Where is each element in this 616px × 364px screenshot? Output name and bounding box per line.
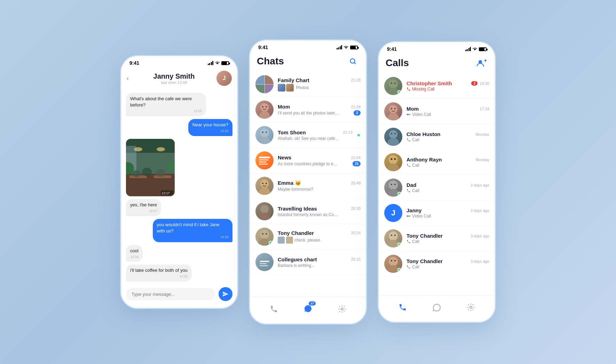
chat-item[interactable]: Travelling Ideas 20:30 Istanbul formerly… (250, 199, 366, 224)
message-bubble: yes, i'be here 12:17 (126, 199, 161, 216)
call-item[interactable]: Dad 2 days ago Call (379, 175, 495, 200)
call-item[interactable]: Christopher Smith 2 18:30 Missing Call (379, 73, 495, 99)
chat-item[interactable]: News 21:04 As more countries pledge to e… (250, 148, 366, 173)
chat-preview: Barbara is writting... (278, 263, 315, 268)
phone-icon (406, 87, 411, 91)
status-icons-right (465, 47, 487, 51)
unread-badge: 15 (353, 161, 361, 166)
call-item[interactable]: Chloe Huston Monday Call (379, 124, 495, 150)
call-time: 2 days ago (471, 183, 489, 187)
chat-item[interactable]: Tom Shoen 21:13 Ahahah, ok! See you near… (250, 122, 366, 148)
status-bar-center: 9:41 (250, 40, 366, 52)
call-time-info: 2 18:30 (471, 81, 489, 86)
search-icon (349, 57, 357, 65)
online-indicator (397, 243, 401, 246)
call-item[interactable]: Mom 17:34 Video Call (379, 99, 495, 124)
photos-preview: Photos (278, 84, 309, 92)
message-input[interactable] (126, 288, 215, 300)
chat-avatar (255, 101, 274, 119)
svg-point-8 (132, 170, 141, 177)
chats-nav-button[interactable]: 17 (300, 301, 316, 317)
chat-info: Collegues chart 20:15 Barbara is writtin… (278, 256, 361, 268)
avatar-face (255, 101, 274, 119)
phone-icon (270, 305, 278, 313)
status-time-center: 9:41 (258, 45, 268, 50)
send-icon (222, 291, 229, 297)
chat-item[interactable]: Collegues chart 20:15 Barbara is writtin… (250, 250, 366, 275)
svg-point-60 (387, 164, 399, 171)
svg-point-69 (391, 235, 392, 236)
svg-point-22 (262, 132, 263, 133)
calls-nav-button[interactable] (395, 300, 410, 315)
call-type: Call (406, 137, 489, 142)
call-avatar (384, 179, 402, 197)
call-item[interactable]: Tony Chandler 3 days ago Call (379, 251, 495, 277)
svg-point-50 (394, 82, 396, 84)
chat-info: Family Chart 21:28 Photos (278, 77, 361, 92)
chat-item[interactable]: Emma 🐱 20:49 Maybe tommorow? (250, 173, 366, 199)
chat-info: Tony Chandler 20:24 check, please. (278, 230, 361, 244)
call-item[interactable]: Anthony Rayn Monday Call (379, 150, 495, 175)
call-item[interactable]: Tony Chandler 3 days ago Call (379, 226, 495, 251)
svg-point-53 (391, 108, 392, 109)
message-time: 12:18 (157, 235, 229, 239)
message-item: i'll take coffee for both of you 12:18 (126, 264, 232, 282)
svg-point-49 (391, 82, 392, 84)
caller-name: Tony Chandler (406, 258, 443, 264)
calls-nav-button[interactable] (266, 301, 282, 317)
chat-preview: As more countries pledge to embrace rene… (278, 161, 340, 166)
search-button[interactable] (347, 55, 359, 68)
battery-icon (221, 61, 229, 65)
call-info: Tony Chandler 3 days ago Call (406, 233, 489, 244)
chat-item[interactable]: Tony Chandler 20:24 check, please. (250, 224, 366, 250)
call-time: 18:30 (480, 81, 489, 86)
caller-name: Tony Chandler (406, 233, 443, 239)
chat-time: 20:15 (351, 257, 361, 261)
gear-icon (338, 305, 346, 313)
send-button[interactable] (219, 287, 232, 301)
add-contacts-button[interactable] (475, 57, 488, 69)
svg-point-75 (470, 306, 472, 308)
phone-left: 9:41 (120, 55, 238, 309)
battery-icon (479, 47, 487, 51)
svg-rect-42 (260, 265, 268, 266)
svg-point-19 (266, 106, 267, 108)
chat-time: 20:24 (351, 231, 361, 235)
message-item: you wouldn't mind if i take Jane with us… (126, 219, 232, 242)
phone-center: 9:41 (249, 39, 367, 325)
message-item: 12:17 (126, 139, 232, 196)
call-info: Chloe Huston Monday Call (406, 131, 489, 142)
chat-item[interactable]: Family Chart 21:28 Photos (250, 72, 366, 97)
call-avatar: J (384, 204, 402, 222)
call-type: Call (406, 264, 489, 269)
settings-nav-button[interactable] (463, 300, 479, 315)
svg-rect-25 (259, 159, 269, 160)
svg-point-54 (394, 108, 396, 109)
call-info: Christopher Smith 2 18:30 Missing Call (406, 80, 489, 92)
caller-name: Anthony Rayn (406, 157, 442, 163)
chat-preview: Maybe tommorow? (278, 187, 313, 192)
call-avatar (384, 102, 402, 120)
online-indicator (397, 268, 401, 272)
settings-nav-button[interactable] (334, 301, 350, 317)
call-info: Anthony Rayn Monday Call (406, 157, 489, 168)
call-avatar (384, 77, 402, 95)
bottom-nav: 17 (250, 297, 366, 324)
chat-avatar (255, 177, 274, 195)
message-text: What's about the cafe we were before? (130, 96, 202, 108)
svg-point-23 (266, 132, 267, 133)
status-bar-left: 9:41 (121, 56, 237, 68)
gear-icon (467, 303, 475, 311)
chat-time: 21:28 (351, 105, 361, 109)
chat-avatar (255, 75, 274, 93)
contact-avatar: J (216, 71, 232, 86)
message-bubble: i'll take coffee for both of you 12:18 (126, 264, 192, 282)
call-item[interactable]: J Janny 2 days ago Video Call (379, 200, 495, 226)
chat-time: 21:04 (351, 156, 361, 160)
chat-item[interactable]: Mom 21:28 I'll send you all the photos l… (250, 97, 366, 122)
svg-point-66 (394, 184, 396, 185)
svg-point-31 (266, 183, 267, 184)
messages-nav-button[interactable] (429, 300, 444, 315)
call-time: Monday (476, 132, 489, 136)
back-button[interactable]: ‹ (127, 75, 129, 82)
